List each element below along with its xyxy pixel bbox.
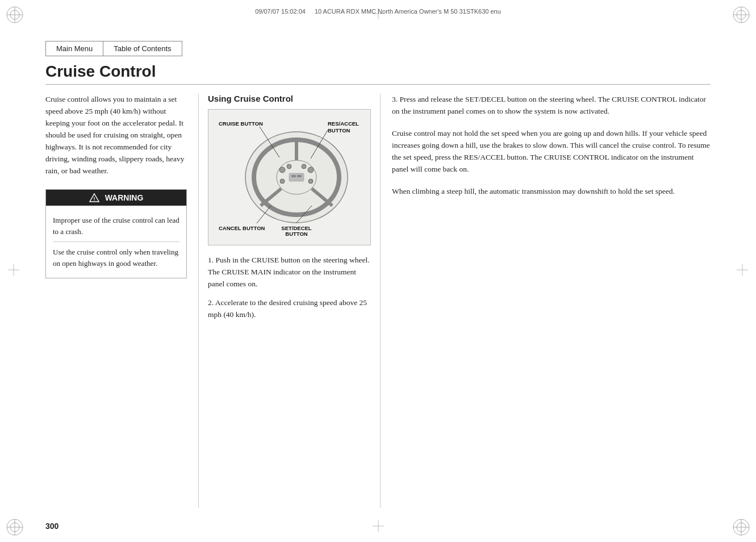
warning-content: Improper use of the cruise control can l… (46, 206, 186, 278)
page-title: Cruise Control (45, 62, 711, 85)
section-title: Using Cruise Control (208, 94, 371, 103)
nav-bar: Main Menu Table of Contents (45, 41, 182, 56)
table-of-contents-button[interactable]: Table of Contents (103, 41, 182, 56)
warning-box: ! WARNING Improper use of the cruise con… (45, 189, 187, 278)
corner-decoration-bl (5, 517, 25, 537)
svg-rect-50 (297, 175, 302, 177)
steering-wheel-diagram: CRUISE BUTTON RES/ACCEL BUTTON (214, 118, 379, 237)
warning-header: ! WARNING (46, 190, 186, 206)
steep-hill-text: When climbing a steep hill, the automati… (392, 186, 711, 198)
page-number: 300 (45, 522, 59, 531)
middle-column: Using Cruise Control CRUISE BUTTON RES/A… (199, 94, 381, 508)
svg-point-39 (280, 179, 285, 184)
svg-point-36 (287, 164, 291, 169)
svg-text:BUTTON: BUTTON (285, 231, 308, 237)
warning-divider (53, 241, 179, 242)
corner-decoration-tr (731, 5, 751, 25)
diagram-box: CRUISE BUTTON RES/ACCEL BUTTON (208, 109, 371, 245)
cross-right (737, 264, 748, 278)
left-column: Cruise control allows you to maintain a … (45, 94, 199, 508)
corner-decoration-br (731, 517, 751, 537)
svg-point-38 (308, 167, 314, 173)
meta-line: 09/07/07 15:02:04 10 ACURA RDX MMC North… (45, 8, 711, 15)
svg-text:CRUISE BUTTON: CRUISE BUTTON (219, 120, 263, 127)
cross-bottom (373, 520, 384, 534)
page-wrapper: 09/07/07 15:02:04 10 ACURA RDX MMC North… (0, 0, 756, 542)
warning-item-2: Use the cruise control only when traveli… (53, 243, 179, 272)
svg-rect-48 (289, 173, 304, 181)
svg-text:!: ! (93, 196, 95, 202)
svg-point-37 (302, 164, 306, 169)
warning-item-1: Improper use of the cruise control can l… (53, 211, 179, 240)
svg-text:BUTTON: BUTTON (328, 127, 350, 134)
warning-triangle-icon: ! (89, 193, 99, 202)
svg-text:CANCEL BUTTON: CANCEL BUTTON (219, 225, 265, 231)
cross-left (8, 264, 19, 278)
step-2: 2. Accelerate to the desired cruising sp… (208, 297, 371, 321)
svg-text:RES/ACCEL: RES/ACCEL (328, 120, 359, 127)
svg-point-40 (308, 179, 313, 184)
content-area: Cruise control allows you to maintain a … (45, 94, 711, 508)
main-menu-button[interactable]: Main Menu (45, 41, 103, 56)
step-1: 1. Push in the CRUISE button on the stee… (208, 255, 371, 290)
warning-label: WARNING (105, 193, 144, 202)
cruise-hills-text: Cruise control may not hold the set spee… (392, 128, 711, 176)
svg-point-35 (279, 167, 285, 173)
meta-text: 09/07/07 15:02:04 (255, 8, 306, 15)
corner-decoration-tl (5, 5, 25, 25)
meta-doc: 10 ACURA RDX MMC North America Owner's M… (315, 8, 501, 15)
right-column: 3. Press and release the SET/DECEL butto… (381, 94, 711, 508)
svg-rect-49 (291, 175, 296, 177)
intro-text: Cruise control allows you to maintain a … (45, 94, 187, 177)
step-3-text: 3. Press and release the SET/DECEL butto… (392, 94, 711, 118)
steps: 1. Push in the CRUISE button on the stee… (208, 255, 371, 321)
